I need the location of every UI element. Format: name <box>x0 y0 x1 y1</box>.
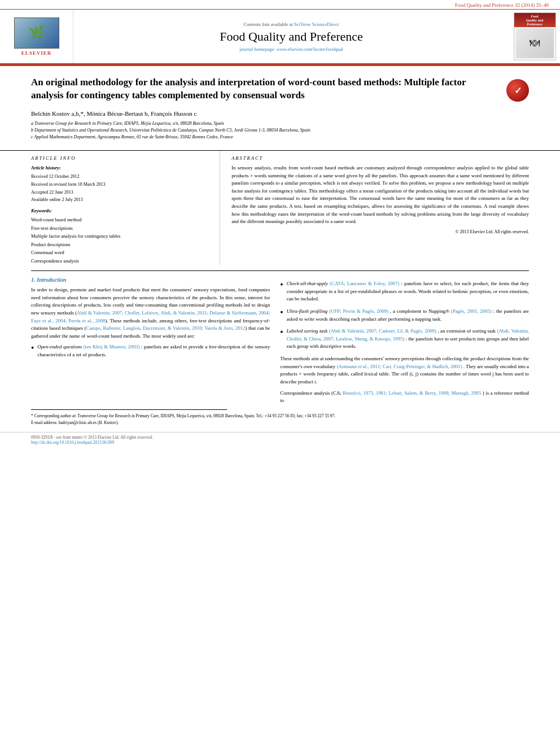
thumb-image: 🍽 <box>516 28 554 58</box>
affiliations: a Transverse Group for Research in Prima… <box>31 120 501 141</box>
available: Available online 2 July 2013 <box>31 196 208 204</box>
history-label: Article history: <box>31 164 208 172</box>
bullet-section-right: ● Check-all-that-apply (CATA; Lancaster … <box>280 280 529 351</box>
keyword-6: Correspondence analysis <box>31 257 208 265</box>
journal-title-area: Contents lists available at SciVerse Sci… <box>73 10 509 63</box>
elsevier-logo-container: ELSEVIER <box>0 10 73 63</box>
article-title-block: An original methodology for the analysis… <box>31 76 501 141</box>
intro-para1: In order to design, promote and market f… <box>31 286 270 340</box>
article-info-label: ARTICLE INFO <box>31 155 208 161</box>
affil-a: a Transverse Group for Research in Prima… <box>31 120 501 127</box>
bullet-labeled-content: Labeled sorting task (Abdi & Valentin, 2… <box>287 327 529 351</box>
bullet-ufp-label: Ultra-flash profiling <box>287 308 328 314</box>
journal-thumbnail: FoodQuality andPreference 🍽 <box>514 12 556 60</box>
elsevier-logo: ELSEVIER <box>14 18 59 56</box>
elsevier-image <box>14 18 59 49</box>
crossmark-badge: ✓ <box>506 79 529 102</box>
bullet-cata: ● Check-all-that-apply (CATA; Lancaster … <box>280 280 529 303</box>
journal-homepage: journal homepage: www.elsevier.com/locat… <box>239 46 343 52</box>
ref-campo-2010[interactable]: Campo, Ballester, Langlois, Dacremont, &… <box>86 325 246 331</box>
body-section: 1. Introduction In order to design, prom… <box>0 277 560 405</box>
copyright-line: © 2013 Elsevier Ltd. All rights reserved… <box>231 229 529 234</box>
affil-b: b Department of Statistics and Operation… <box>31 127 501 134</box>
body-right-col: ● Check-all-that-apply (CATA; Lancaster … <box>280 277 529 405</box>
bullet-dot-ufp: ● <box>280 308 283 323</box>
intro-heading: 1. Introduction <box>31 277 270 283</box>
bullet-ufp-content: Ultra-flash profiling (UFP; Perrin & Pag… <box>287 308 529 323</box>
article-title: An original methodology for the analysis… <box>31 76 501 102</box>
authors-line: Belchin Kostov a,b,*, Mónica Bécue-Berta… <box>31 110 501 117</box>
footnote-star-text: * Corresponding author at: Transverse Gr… <box>31 413 529 420</box>
bullet-cata-content: Check-all-that-apply (CATA; Lancaster & … <box>287 280 529 303</box>
article-info-abstract-section: ARTICLE INFO Article history: Received 1… <box>0 150 560 265</box>
bullet-open-ended-content: Open-ended questions (ten Kleij & Muster… <box>37 343 270 359</box>
journal-reference-bar: Food Quality and Preference 32 (2014) 35… <box>0 0 560 10</box>
article-history: Article history: Received 12 October 201… <box>31 164 208 204</box>
abstract-text: In sensory analysis, results from word-c… <box>231 164 529 226</box>
bullet1-label: Open-ended questions <box>37 344 82 350</box>
journal-ref-text: Food Quality and Preference 32 (2014) 35… <box>455 2 549 8</box>
ref-abdi-2007[interactable]: Abdi & Valentin, 2007; Chollet, Lelièvre… <box>31 310 270 324</box>
bottom-bar: 0950-3293/$ - see front matter © 2013 El… <box>0 432 560 447</box>
keyword-3: Multiple factor analysis for contingency… <box>31 232 208 240</box>
article-info-col: ARTICLE INFO Article history: Received 1… <box>31 151 220 265</box>
ref-abdi-2007b[interactable]: (Abdi & Valentin, 2007; Cadoret, Lê, & P… <box>329 328 436 334</box>
thumb-title: FoodQuality andPreference <box>526 15 544 27</box>
article-keywords: Keywords: Word-count based method Free-t… <box>31 207 208 265</box>
info-dates: Received 12 October 2012 Received in rev… <box>31 173 208 203</box>
elsevier-brand-text: ELSEVIER <box>21 50 52 56</box>
keyword-1: Word-count based method <box>31 216 208 224</box>
ref-lancaster-2007[interactable]: (CATA; Lancaster & Foley, 2007) <box>330 281 399 286</box>
article-title-section: An original methodology for the analysis… <box>0 66 560 147</box>
bullet-dot-cata: ● <box>280 281 283 303</box>
sciverse-link[interactable]: SciVerse ScienceDirect <box>294 21 339 27</box>
bullet-labeled-sorting: ● Labeled sorting task (Abdi & Valentin,… <box>280 327 529 351</box>
bullet-dot-labeled: ● <box>280 328 283 351</box>
journal-header: ELSEVIER Contents lists available at Sci… <box>0 10 560 64</box>
bullet-open-ended: ● Open-ended questions (ten Kleij & Must… <box>31 343 270 359</box>
body-left-col: 1. Introduction In order to design, prom… <box>31 277 270 405</box>
ref-perrin-2009[interactable]: (UFP; Perrin & Pagès, 2009) <box>329 308 388 314</box>
bullet-ufp-text: , a complement to Napping® <box>390 308 451 314</box>
keyword-2: Free-text descriptions <box>31 224 208 232</box>
accepted: Accepted 22 June 2013 <box>31 189 208 196</box>
email-line: E-mail address: hadriyan@clinic.ub.es (B… <box>31 420 529 426</box>
keywords-list: Word-count based method Free-text descri… <box>31 216 208 265</box>
ref-pages-2003[interactable]: (Pagès, 2003, 2005) <box>451 308 492 314</box>
bullet-dot-1: ● <box>31 344 34 359</box>
affil-c: c Applied Mathematics Department, Agroca… <box>31 134 501 141</box>
doi-link[interactable]: http://dx.doi.org/10.1016/j.foodqual.201… <box>31 440 114 445</box>
ref-benzecri-1973[interactable]: Benzécri, 1973, 1981; Lebart, Salem, & B… <box>343 390 481 396</box>
abstract-label: ABSTRACT <box>231 155 529 161</box>
bullet-ufp: ● Ultra-flash profiling (UFP; Perrin & P… <box>280 308 529 323</box>
ref-kleij-2003[interactable]: (ten Kleij & Musters, 2003) <box>84 344 140 350</box>
abstract-col: ABSTRACT In sensory analysis, results fr… <box>220 151 529 265</box>
issn-text: 0950-3293/$ - see front matter © 2013 El… <box>31 435 153 440</box>
right-para3: Correspondence analysis (CA; Benzécri, 1… <box>280 390 529 405</box>
body-separator <box>31 270 529 271</box>
revised: Received in revised form 18 March 2013 <box>31 181 208 189</box>
footnote-section: * Corresponding author at: Transverse Gr… <box>0 413 560 426</box>
received-1: Received 12 October 2012 <box>31 173 208 181</box>
ref-antmann-2011[interactable]: (Antmann et al., 2011; Carr, Craig-Petsi… <box>336 364 462 369</box>
bullet-cata-label: Check-all-that-apply <box>287 281 328 286</box>
bullet-labeled-label: Labeled sorting task <box>287 328 327 334</box>
bullet-section-left: ● Open-ended questions (ten Kleij & Must… <box>31 343 270 359</box>
journal-thumbnail-container: FoodQuality andPreference 🍽 <box>509 10 560 63</box>
footnote-separator <box>31 409 227 410</box>
keyword-4: Product descriptions <box>31 241 208 248</box>
journal-title-main: Food Quality and Preference <box>220 29 363 44</box>
keywords-label: Keywords: <box>31 207 208 215</box>
right-para2: These methods aim at understanding the c… <box>280 355 529 386</box>
sciverse-line: Contents lists available at SciVerse Sci… <box>244 21 339 27</box>
bullet-labeled-text: , an extension of sorting task <box>438 328 497 334</box>
keyword-5: Consensual word <box>31 248 208 256</box>
